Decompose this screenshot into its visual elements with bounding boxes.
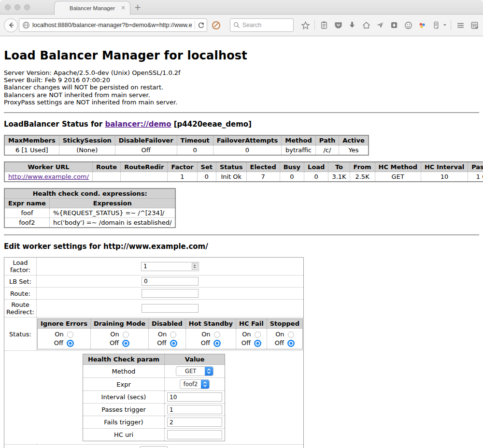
header-cell: Load — [304, 162, 328, 172]
hc-uri-label: HC uri — [83, 429, 164, 441]
radio-disabled-on[interactable] — [170, 332, 176, 338]
route-redirect-input[interactable] — [142, 304, 199, 313]
radio-ignore-errors-off[interactable] — [67, 340, 74, 347]
home-icon[interactable] — [361, 20, 371, 30]
table-title-row: Health check cond. expressions: — [4, 188, 175, 199]
cell: 1 — [168, 172, 197, 182]
downloads-icon[interactable] — [347, 20, 357, 30]
status-cell: Ignore Errors Draining Mode Disabled Hot… — [37, 318, 304, 351]
hc-fails-cell — [165, 416, 225, 429]
table-header-row: MaxMembers StickySession DisableFailover… — [4, 135, 369, 145]
radio-ignore-errors-on[interactable] — [67, 332, 73, 338]
proxypass-note-line: ProxyPass settings are NOT inherited fro… — [4, 99, 479, 106]
route-redirect-label: Route Redirect: — [4, 300, 37, 318]
radio-hc-fail-on[interactable] — [255, 332, 261, 338]
window-minimize-button[interactable] — [14, 4, 20, 10]
radio-draining-mode-off[interactable] — [122, 340, 129, 347]
header-cell: Expression — [49, 199, 175, 208]
toolbar-separator — [314, 20, 315, 30]
expr-row: foof %{REQUEST_STATUS} =~ /^[234]/ — [4, 208, 175, 218]
number-stepper-icon[interactable] — [192, 263, 198, 270]
url-bar[interactable] — [19, 18, 207, 32]
expr-select-value: foof2 — [180, 381, 201, 388]
method-select[interactable]: GET — [176, 366, 213, 376]
tab-bar: Balancer Manager × + — [0, 0, 483, 14]
radio-label-on: On — [158, 330, 167, 339]
radio-label-on: On — [55, 330, 63, 339]
header-cell: Active — [339, 135, 369, 145]
load-factor-input[interactable] — [142, 262, 192, 270]
grid-extension-icon[interactable] — [469, 20, 479, 30]
lb-set-input[interactable] — [142, 277, 199, 286]
tab-title: Balancer Manager — [70, 5, 115, 11]
expr-select[interactable]: foof2 — [180, 379, 210, 389]
send-tab-icon[interactable] — [375, 20, 385, 30]
cell: GET — [375, 172, 421, 182]
pocket-icon[interactable] — [333, 20, 343, 30]
route-input[interactable] — [142, 289, 199, 298]
radio-hot-standby-off[interactable] — [213, 340, 221, 347]
header-cell: Expr name — [4, 199, 49, 208]
search-input[interactable] — [242, 22, 286, 29]
header-cell: Disabled — [149, 319, 186, 329]
radio-label-off: Off — [54, 339, 63, 347]
tab-close-icon[interactable]: × — [121, 5, 126, 11]
hc-header-row: Health Check param Value — [83, 354, 225, 365]
submit-button[interactable]: Submit — [140, 446, 168, 448]
status-options-table: Ignore Errors Draining Mode Disabled Hot… — [37, 318, 303, 349]
cell: /c/ — [315, 145, 339, 156]
worker-url-link[interactable]: http://www.example.com/ — [8, 173, 89, 180]
radio-draining-mode-on[interactable] — [123, 332, 129, 338]
hc-fails-input[interactable] — [167, 418, 222, 427]
cell: 0 — [177, 145, 213, 156]
server-version-line: Server Version: Apache/2.5.0-dev (Unix) … — [4, 69, 479, 76]
radio-label-off: Off — [157, 339, 166, 347]
hc-interval-input[interactable] — [167, 392, 222, 402]
color-dots-extension-icon[interactable] — [417, 20, 427, 30]
status-group-stopped: On Off — [267, 329, 302, 349]
extension-download-icon[interactable] — [389, 20, 399, 30]
header-cell: DisableFailover — [115, 135, 177, 145]
blocked-content-icon[interactable] — [212, 21, 220, 29]
back-button[interactable] — [4, 18, 18, 32]
cell — [121, 172, 168, 182]
window-close-button[interactable] — [5, 4, 11, 10]
device-menu-caret-icon[interactable] — [443, 24, 446, 26]
header-cell: Ignore Errors — [38, 319, 91, 329]
radio-label-off: Off — [201, 339, 210, 347]
radio-disabled-off[interactable] — [170, 340, 177, 347]
header-cell: Set — [197, 162, 216, 172]
header-cell: Timeout — [177, 135, 213, 145]
header-cell: Method — [282, 135, 315, 145]
status-header-row: Ignore Errors Draining Mode Disabled Hot… — [38, 319, 303, 329]
window-zoom-button[interactable] — [24, 4, 30, 10]
reload-icon[interactable] — [198, 22, 205, 29]
reading-list-icon[interactable] — [319, 20, 329, 30]
expr-name-cell: foof2 — [4, 218, 49, 228]
radio-hot-standby-on[interactable] — [214, 332, 220, 338]
hc-passes-input[interactable] — [167, 405, 222, 414]
select-chevrons-icon — [201, 379, 209, 389]
cell: bytraffic — [282, 145, 315, 156]
cell: 1 (0) — [468, 172, 483, 182]
hc-passes-label: Passes trigger — [83, 404, 164, 416]
menu-hamburger-icon[interactable] — [455, 20, 465, 30]
radio-hc-fail-off[interactable] — [254, 340, 261, 347]
page-title: Load Balancer Manager for localhost — [4, 36, 479, 62]
radio-stopped-off[interactable] — [287, 340, 295, 347]
balancer-demo-link[interactable]: balancer://demo — [105, 120, 171, 129]
url-input[interactable] — [32, 22, 192, 29]
header-cell: Stopped — [267, 319, 302, 329]
load-factor-input-wrap — [141, 262, 199, 271]
new-tab-button[interactable]: + — [134, 4, 141, 11]
emoji-icon[interactable] — [403, 20, 413, 30]
hc-uri-input[interactable] — [167, 430, 222, 439]
bookmark-star-icon[interactable] — [300, 20, 310, 30]
search-bar[interactable] — [230, 18, 294, 32]
radio-stopped-on[interactable] — [288, 332, 294, 338]
tab-balancer-manager[interactable]: Balancer Manager × — [54, 1, 130, 15]
device-battery-icon[interactable] — [431, 20, 441, 30]
route-label: Route: — [4, 288, 37, 300]
hc-method-label: Method — [83, 365, 164, 378]
header-cell: RouteRedir — [121, 162, 168, 172]
